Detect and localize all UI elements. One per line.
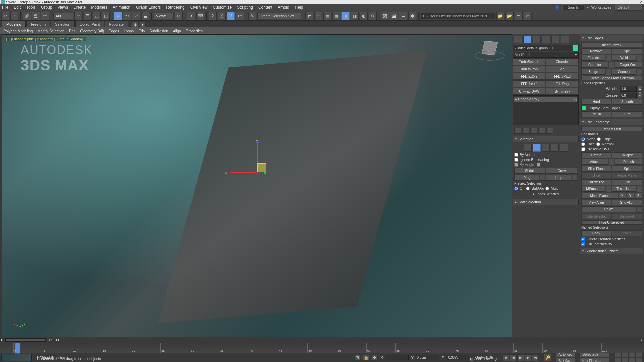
pin-stack-icon[interactable] — [514, 128, 521, 134]
target-weld-button[interactable]: Target Weld — [615, 62, 642, 68]
tab-utilities-icon[interactable] — [561, 36, 569, 43]
project-folder-3[interactable]: 🗀 — [515, 12, 523, 20]
align-button[interactable]: ≡ — [314, 12, 322, 20]
select-and-move-button[interactable]: ✥ — [114, 12, 122, 20]
render-setup-button[interactable]: ⚙ — [369, 12, 377, 20]
repeat-last-button[interactable]: Repeat Last — [581, 127, 642, 131]
planar-y-button[interactable]: Y — [627, 193, 634, 199]
select-by-name-button[interactable]: ☰ — [84, 12, 92, 20]
chamfer-settings-icon[interactable] — [609, 62, 614, 68]
bridge-settings-icon[interactable] — [606, 69, 611, 75]
constraint-none-radio[interactable] — [581, 137, 585, 141]
msmooth-button[interactable]: MSmooth — [581, 186, 605, 192]
by-vertex-checkbox[interactable] — [514, 153, 518, 157]
split-button[interactable]: Split — [612, 48, 642, 54]
viewport-label[interactable]: [+] [Orthographic ] [Standard ] [Default… — [5, 37, 86, 41]
bind-space-warp-button[interactable]: 〰 — [41, 12, 49, 20]
by-angle-checkbox[interactable] — [514, 163, 518, 167]
relax-button[interactable]: Relax — [581, 206, 636, 212]
maximize-button[interactable]: □ — [633, 0, 635, 4]
configure-modifier-icon[interactable] — [546, 128, 553, 134]
trackbar-toggle-icon[interactable]: ▸ — [1, 338, 3, 342]
subobj-edge-icon[interactable] — [533, 144, 541, 152]
reset-plane-button[interactable]: Reset Plane — [612, 173, 642, 178]
mod-shell[interactable]: Shell — [546, 66, 579, 72]
create-shape-button[interactable]: Create Shape From Selection — [581, 76, 642, 80]
menu-rendering[interactable]: Rendering — [166, 5, 184, 10]
preview-multi-radio[interactable] — [545, 187, 549, 190]
ribbon-sub-align[interactable]: Align — [173, 29, 181, 33]
crease-spinner[interactable] — [620, 93, 637, 98]
tab-hierarchy-icon[interactable] — [533, 36, 541, 43]
mod-chamfer[interactable]: Chamfer — [546, 58, 579, 65]
mod-turbosmooth[interactable]: TurboSmooth — [513, 58, 545, 65]
link-button[interactable]: 🔗 — [23, 12, 31, 20]
smooth-button[interactable]: Smooth — [612, 99, 642, 105]
insert-vertex-button[interactable]: Insert Vertex — [581, 43, 642, 47]
constraint-edge-radio[interactable] — [597, 137, 601, 141]
trackbar-slider[interactable] — [5, 338, 46, 342]
menu-edit[interactable]: Edit — [14, 5, 21, 10]
tab-modify-icon[interactable] — [523, 36, 531, 43]
attach-button[interactable]: Attach — [581, 159, 608, 165]
collapse-button[interactable]: Collapse — [612, 152, 642, 158]
sign-in-button[interactable]: Sign In — [562, 4, 584, 10]
edit-tri-button[interactable]: Edit Tri. — [581, 111, 611, 117]
ribbon-tab-selection[interactable]: Selection — [51, 21, 74, 27]
time-ruler[interactable]: 0510152025303540455055606570758085909510… — [0, 343, 644, 353]
split-geom-button[interactable]: Split — [612, 166, 642, 172]
project-folder-2[interactable]: 📂 — [505, 12, 514, 20]
subobj-vertex-icon[interactable] — [524, 144, 532, 152]
relax-settings-icon[interactable] — [637, 206, 642, 213]
create-button[interactable]: Create — [581, 152, 611, 158]
constraint-face-radio[interactable] — [581, 142, 585, 146]
chamfer-button[interactable]: Chamfer — [581, 62, 608, 68]
use-pivot-center-button[interactable]: ⊙ — [175, 12, 183, 20]
unhide-all-button[interactable]: Unhide All — [612, 214, 642, 219]
weld-settings-icon[interactable] — [637, 55, 642, 61]
show-end-result-icon[interactable] — [522, 128, 529, 134]
snap-percent-button[interactable]: % — [227, 12, 235, 20]
spinner-snap-button[interactable]: ⟳ — [236, 12, 244, 20]
mod-ffd-3x3x3[interactable]: FFD 3x3x3 — [546, 73, 579, 80]
render-in-cloud-button[interactable]: ☁ — [399, 12, 407, 20]
make-planar-button[interactable]: Make Planar — [581, 193, 618, 199]
quickslice-button[interactable]: QuickSlice — [581, 179, 611, 185]
keyboard-shortcut-button[interactable]: ⌨ — [196, 12, 204, 20]
subobj-element-icon[interactable] — [560, 144, 568, 152]
weld-button[interactable]: Weld — [612, 55, 636, 61]
snap-angle-button[interactable]: ∡ — [218, 12, 226, 20]
modifier-list-dropdown[interactable]: Modifier List▾ — [513, 52, 579, 58]
cut-button[interactable]: Cut — [612, 179, 642, 185]
connect-settings-icon[interactable] — [637, 69, 642, 75]
remove-modifier-icon[interactable] — [538, 128, 545, 134]
planar-x-button[interactable]: X — [619, 193, 626, 199]
toggle-ribbon-button[interactable]: ▦ — [332, 12, 340, 20]
ribbon-tab-populate[interactable]: Populate — [105, 21, 128, 27]
ribbon-tab-object-paint[interactable]: Object Paint — [75, 21, 104, 27]
bridge-button[interactable]: Bridge — [581, 69, 605, 75]
mod-symmetry[interactable]: Symmetry — [546, 88, 579, 95]
render-production-button[interactable]: ☕ — [390, 12, 398, 20]
grid-align-button[interactable]: Grid Align — [612, 200, 642, 205]
curve-editor-button[interactable]: ⊞ — [341, 12, 350, 20]
ribbon-sub-edges[interactable]: Edges — [109, 29, 119, 33]
open-a360-button[interactable]: ⬢ — [408, 12, 416, 20]
rectangular-select-button[interactable]: ⬚ — [93, 12, 101, 20]
project-path-field[interactable]: C:\Users\Tim\Documents\3ds Max 2020 … — [421, 13, 495, 19]
make-unique-icon[interactable] — [530, 128, 537, 134]
trackbar-scroll-right-icon[interactable]: ▸ — [641, 338, 643, 342]
object-name-field[interactable]: ZBrush_default_group001 — [513, 45, 572, 51]
unlink-button[interactable]: ⛓ — [32, 12, 40, 20]
view-align-button[interactable]: View Align — [581, 200, 611, 205]
menu-modifiers[interactable]: Modifiers — [91, 5, 107, 10]
shrink-button[interactable]: Shrink — [514, 168, 545, 174]
rollout-selection-header[interactable]: ▾Selection — [513, 136, 579, 142]
ribbon-sub-polygon-modeling[interactable]: Polygon Modeling — [3, 29, 33, 33]
menu-scripting[interactable]: Scripting — [237, 5, 253, 10]
menu-animation[interactable]: Animation — [113, 5, 130, 10]
turn-button[interactable]: Turn — [612, 111, 642, 117]
ring-button[interactable]: Ring — [514, 175, 539, 181]
workspaces-dropdown[interactable]: Default — [615, 4, 642, 11]
paste-named-sel-button[interactable]: Paste — [612, 230, 642, 236]
